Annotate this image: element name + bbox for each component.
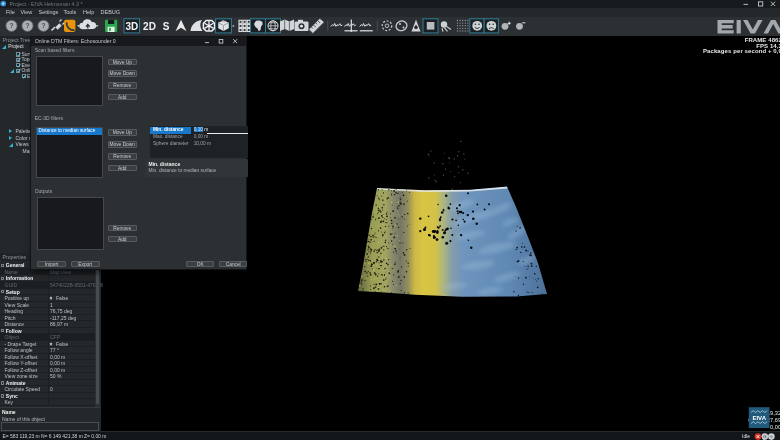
svg-text:?: ? [42, 22, 46, 29]
svg-text:?: ? [26, 22, 30, 29]
svg-text:Help: Help [83, 9, 94, 15]
svg-text:EIVA: EIVA [752, 415, 766, 421]
svg-text:File: File [6, 9, 15, 15]
svg-text:S: S [163, 21, 170, 32]
svg-text:3D: 3D [125, 21, 138, 32]
svg-text:?: ? [10, 22, 14, 29]
svg-text:View: View [21, 9, 33, 15]
svg-text:2D: 2D [143, 21, 156, 32]
svg-text:Project - EIVA Helmsman 4.3 *: Project - EIVA Helmsman 4.3 * [10, 1, 84, 7]
svg-text:Settings: Settings [39, 9, 59, 15]
svg-text:Tools: Tools [64, 9, 77, 15]
svg-text:DEBUG: DEBUG [101, 9, 121, 15]
